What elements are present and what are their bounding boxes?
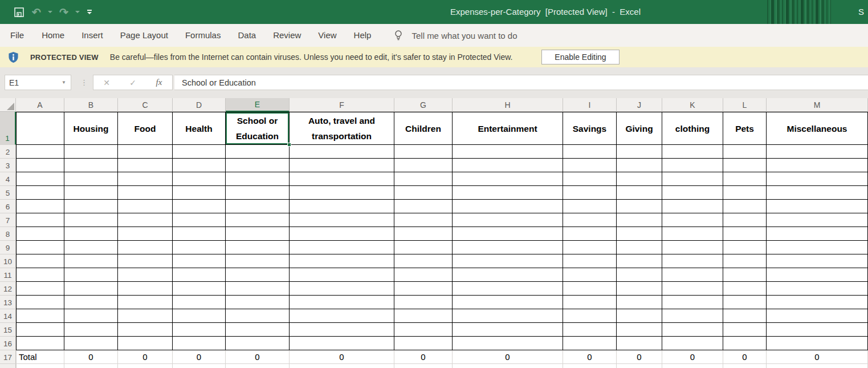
- row-header-18[interactable]: [0, 364, 16, 368]
- row-header-4[interactable]: 4: [0, 172, 16, 186]
- cell-A17[interactable]: Total: [16, 350, 64, 364]
- cell-J6[interactable]: [617, 200, 662, 213]
- cell-G10[interactable]: [394, 254, 453, 268]
- cell-J17[interactable]: 0: [617, 350, 662, 364]
- cell-K14[interactable]: [662, 309, 723, 323]
- cell-A4[interactable]: [16, 172, 64, 186]
- column-header-J[interactable]: J: [617, 98, 662, 112]
- cell-A13[interactable]: [16, 296, 64, 309]
- cell-M4[interactable]: [767, 172, 868, 186]
- cell-A11[interactable]: [16, 268, 64, 282]
- cell-A14[interactable]: [16, 309, 64, 323]
- cell-D7[interactable]: [173, 213, 226, 227]
- cell-K3[interactable]: [662, 159, 723, 172]
- cell-I7[interactable]: [563, 213, 617, 227]
- cell-B10[interactable]: [64, 254, 118, 268]
- cell-K9[interactable]: [662, 241, 723, 254]
- cell-I10[interactable]: [563, 254, 617, 268]
- cell-G1[interactable]: Children: [394, 112, 453, 145]
- cell-M16[interactable]: [767, 337, 868, 350]
- fill-handle[interactable]: [287, 143, 291, 147]
- cell-D18[interactable]: [173, 364, 226, 368]
- cell-J14[interactable]: [617, 309, 662, 323]
- row-header-11[interactable]: 11: [0, 268, 16, 282]
- cell-D11[interactable]: [173, 268, 226, 282]
- menu-item-page-layout[interactable]: Page Layout: [112, 24, 177, 47]
- cell-C17[interactable]: 0: [118, 350, 173, 364]
- cell-F18[interactable]: [290, 364, 394, 368]
- cell-E12[interactable]: [226, 282, 290, 296]
- cell-D4[interactable]: [173, 172, 226, 186]
- cell-B2[interactable]: [64, 145, 118, 159]
- cell-C4[interactable]: [118, 172, 173, 186]
- cell-K18[interactable]: [662, 364, 723, 368]
- cell-F16[interactable]: [290, 337, 394, 350]
- cell-I2[interactable]: [563, 145, 617, 159]
- redo-dropdown-icon[interactable]: [75, 11, 80, 13]
- cell-G2[interactable]: [394, 145, 453, 159]
- cell-E6[interactable]: [226, 200, 290, 213]
- cell-G14[interactable]: [394, 309, 453, 323]
- cell-D14[interactable]: [173, 309, 226, 323]
- column-header-L[interactable]: L: [723, 98, 767, 112]
- cell-D12[interactable]: [173, 282, 226, 296]
- cell-F9[interactable]: [290, 241, 394, 254]
- cell-H15[interactable]: [453, 323, 563, 337]
- row-header-8[interactable]: 8: [0, 227, 16, 241]
- cell-L4[interactable]: [723, 172, 767, 186]
- cell-F2[interactable]: [290, 145, 394, 159]
- menu-item-data[interactable]: Data: [229, 24, 264, 47]
- cell-L1[interactable]: Pets: [723, 112, 767, 145]
- redo-button[interactable]: ↷: [55, 0, 72, 24]
- cell-D17[interactable]: 0: [173, 350, 226, 364]
- row-header-7[interactable]: 7: [0, 213, 16, 227]
- cell-H2[interactable]: [453, 145, 563, 159]
- cell-G7[interactable]: [394, 213, 453, 227]
- cell-G11[interactable]: [394, 268, 453, 282]
- cell-M6[interactable]: [767, 200, 868, 213]
- cell-L11[interactable]: [723, 268, 767, 282]
- cell-B18[interactable]: [64, 364, 118, 368]
- cell-H3[interactable]: [453, 159, 563, 172]
- cell-E13[interactable]: [226, 296, 290, 309]
- row-header-13[interactable]: 13: [0, 296, 16, 309]
- cell-D1[interactable]: Health: [173, 112, 226, 145]
- cell-K8[interactable]: [662, 227, 723, 241]
- cell-J15[interactable]: [617, 323, 662, 337]
- save-button[interactable]: [10, 0, 28, 24]
- tell-me-box[interactable]: Tell me what you want to do: [393, 30, 517, 41]
- cell-D13[interactable]: [173, 296, 226, 309]
- cell-A7[interactable]: [16, 213, 64, 227]
- cell-M1[interactable]: Miscellaneous: [767, 112, 868, 145]
- cell-M7[interactable]: [767, 213, 868, 227]
- cell-L2[interactable]: [723, 145, 767, 159]
- cell-C14[interactable]: [118, 309, 173, 323]
- row-header-6[interactable]: 6: [0, 200, 16, 213]
- cell-F17[interactable]: 0: [290, 350, 394, 364]
- cell-F6[interactable]: [290, 200, 394, 213]
- cell-F14[interactable]: [290, 309, 394, 323]
- cell-B17[interactable]: 0: [64, 350, 118, 364]
- cell-H6[interactable]: [453, 200, 563, 213]
- cell-J9[interactable]: [617, 241, 662, 254]
- row-header-10[interactable]: 10: [0, 254, 16, 268]
- column-header-F[interactable]: F: [290, 98, 394, 112]
- cell-E14[interactable]: [226, 309, 290, 323]
- cell-J12[interactable]: [617, 282, 662, 296]
- cell-C15[interactable]: [118, 323, 173, 337]
- cell-E10[interactable]: [226, 254, 290, 268]
- cell-D3[interactable]: [173, 159, 226, 172]
- cell-J5[interactable]: [617, 186, 662, 200]
- cell-I12[interactable]: [563, 282, 617, 296]
- cell-H17[interactable]: 0: [453, 350, 563, 364]
- cell-C5[interactable]: [118, 186, 173, 200]
- cell-A15[interactable]: [16, 323, 64, 337]
- column-header-C[interactable]: C: [118, 98, 173, 112]
- cell-L8[interactable]: [723, 227, 767, 241]
- cell-K16[interactable]: [662, 337, 723, 350]
- cell-F4[interactable]: [290, 172, 394, 186]
- cell-H4[interactable]: [453, 172, 563, 186]
- cell-L3[interactable]: [723, 159, 767, 172]
- cell-E11[interactable]: [226, 268, 290, 282]
- column-header-I[interactable]: I: [563, 98, 617, 112]
